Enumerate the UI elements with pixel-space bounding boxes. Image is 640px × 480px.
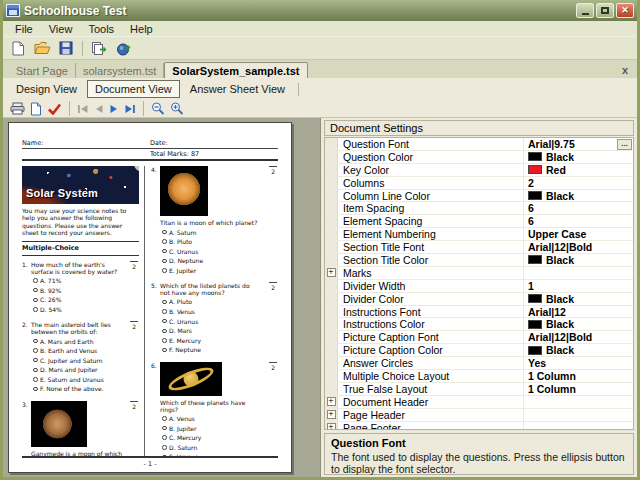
setting-value[interactable]: Yes (523, 357, 633, 369)
open-button[interactable] (32, 39, 52, 58)
export-button[interactable] (89, 39, 109, 58)
answer-option-text: D. Saturn (169, 444, 197, 451)
document-tabstrip: Start Pagesolarsystem.tstSolarSystem_sam… (3, 60, 637, 78)
setting-value[interactable]: Arial|12 (523, 306, 633, 318)
setting-value[interactable]: Arial|12|Bold (523, 241, 633, 253)
close-button[interactable]: ✕ (616, 3, 634, 18)
test-page: Name: Date: Total Marks: 87 Solar System… (8, 122, 292, 473)
settings-row[interactable]: Question ColorBlack (325, 151, 633, 164)
setting-value[interactable]: 1 Column (523, 383, 633, 395)
setting-value[interactable]: Red (523, 164, 633, 176)
row-gutter (325, 254, 338, 266)
zoom-in-button[interactable] (170, 101, 184, 117)
settings-row[interactable]: Key ColorRed (325, 164, 633, 177)
menu-help[interactable]: Help (122, 22, 161, 36)
setting-label: Element Numbering (338, 228, 523, 240)
settings-row[interactable]: Divider ColorBlack (325, 293, 633, 306)
settings-row[interactable]: Question FontArial|9.75... (325, 138, 633, 151)
menu-tools[interactable]: Tools (80, 22, 122, 36)
ellipsis-button[interactable]: ... (617, 139, 632, 150)
setting-value[interactable]: Black (523, 344, 633, 356)
setting-value[interactable]: Arial|12|Bold (523, 331, 633, 343)
row-gutter: + (325, 422, 338, 430)
document-tab[interactable]: SolarSystem_sample.tst (164, 62, 307, 78)
previous-page-button[interactable] (94, 101, 104, 117)
print-button[interactable] (10, 101, 25, 117)
answer-option-text: B. Venus (169, 308, 195, 315)
settings-row[interactable]: Section Title ColorBlack (325, 254, 633, 267)
expand-icon[interactable]: + (327, 268, 336, 277)
setting-label: Columns (338, 177, 523, 189)
settings-row[interactable]: Columns2 (325, 177, 633, 190)
settings-row[interactable]: +Page Header (325, 409, 633, 422)
menu-file[interactable]: File (7, 22, 41, 36)
setting-value[interactable]: 2 (523, 177, 633, 189)
expand-icon[interactable]: + (327, 423, 336, 430)
setting-value[interactable]: 6 (523, 202, 633, 214)
setting-value[interactable]: Black (523, 254, 633, 266)
settings-row[interactable]: Instructions ColorBlack (325, 318, 633, 331)
settings-row[interactable]: Instructions FontArial|12 (325, 306, 633, 319)
zoom-out-button[interactable] (151, 101, 165, 117)
settings-row[interactable]: True False Layout1 Column (325, 383, 633, 396)
last-page-button[interactable] (124, 101, 136, 117)
setting-value[interactable]: 1 Column (523, 370, 633, 382)
expand-icon[interactable]: + (327, 410, 336, 419)
settings-row[interactable]: Element Spacing6 (325, 215, 633, 228)
page-header-row2: Total Marks: 87 (22, 149, 278, 161)
next-page-button[interactable] (109, 101, 119, 117)
settings-row[interactable]: Element NumberingUpper Case (325, 228, 633, 241)
answer-circle-icon (33, 278, 38, 283)
menu-view[interactable]: View (41, 22, 81, 36)
update-icon (116, 41, 131, 56)
settings-row[interactable]: Section Title FontArial|12|Bold (325, 241, 633, 254)
answer-options: A. Mars and EarthB. Earth and VenusC. Ju… (31, 338, 124, 393)
setting-value[interactable] (523, 396, 633, 408)
setting-label: Column Line Color (338, 190, 523, 202)
setting-value[interactable]: Black (523, 318, 633, 330)
minimize-button[interactable] (576, 3, 594, 18)
setting-value[interactable]: Black (523, 190, 633, 202)
answer-option: E. Mercury (162, 337, 263, 344)
settings-row[interactable]: Divider Width1 (325, 280, 633, 293)
settings-row[interactable]: Answer CirclesYes (325, 357, 633, 370)
setting-label: Marks (338, 267, 523, 279)
first-page-button[interactable] (77, 101, 89, 117)
settings-row[interactable]: Picture Caption ColorBlack (325, 344, 633, 357)
setting-value[interactable] (523, 422, 633, 430)
settings-row[interactable]: Picture Caption FontArial|12|Bold (325, 331, 633, 344)
view-tab-answer-sheet-view[interactable]: Answer Sheet View (182, 80, 293, 98)
document-preview-area[interactable]: Name: Date: Total Marks: 87 Solar System… (3, 118, 321, 477)
setting-value[interactable] (523, 267, 633, 279)
settings-row[interactable]: Item Spacing6 (325, 202, 633, 215)
save-button[interactable] (56, 39, 76, 58)
setting-value[interactable]: Arial|9.75... (523, 138, 633, 150)
document-tab[interactable]: Start Page (9, 63, 76, 78)
view-tab-document-view[interactable]: Document View (87, 80, 180, 98)
settings-row[interactable]: Multiple Choice Layout1 Column (325, 370, 633, 383)
setting-value[interactable]: Black (523, 151, 633, 163)
settings-panel: Document Settings Question FontArial|9.7… (321, 118, 637, 477)
view-tab-design-view[interactable]: Design View (8, 80, 85, 98)
setting-value[interactable]: Black (523, 293, 633, 305)
settings-row[interactable]: +Marks (325, 267, 633, 280)
answer-circle-icon (162, 309, 167, 314)
setting-value[interactable]: 1 (523, 280, 633, 292)
settings-row[interactable]: +Document Header (325, 396, 633, 409)
question-text: The main asteroid belt lies between the … (31, 321, 124, 335)
answer-option: B. Pluto (162, 238, 263, 245)
setting-value[interactable]: 6 (523, 215, 633, 227)
document-tab[interactable]: solarsystem.tst (76, 63, 164, 78)
settings-row[interactable]: Column Line ColorBlack (325, 190, 633, 203)
tab-close-button[interactable]: x (620, 65, 630, 76)
setting-value[interactable] (523, 409, 633, 421)
maximize-button[interactable] (596, 3, 614, 18)
update-button[interactable] (113, 39, 133, 58)
check-answers-button[interactable] (47, 101, 62, 117)
expand-icon[interactable]: + (327, 397, 336, 406)
settings-row[interactable]: +Page Footer (325, 422, 633, 430)
setting-value-text: Red (546, 164, 566, 176)
page-setup-button[interactable] (30, 101, 42, 117)
new-document-button[interactable] (8, 39, 28, 58)
setting-value[interactable]: Upper Case (523, 228, 633, 240)
